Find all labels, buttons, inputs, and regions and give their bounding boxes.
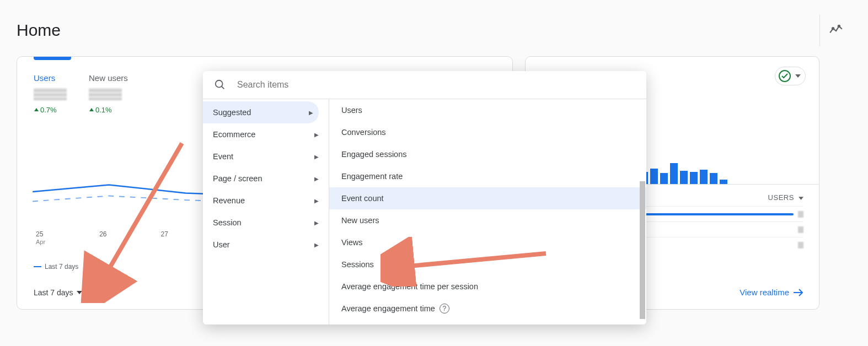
bar — [720, 180, 727, 184]
metric-tab-users[interactable]: Users 0.7% — [34, 73, 67, 114]
category-item[interactable]: Event▶ — [203, 145, 329, 167]
bar — [700, 170, 708, 184]
bar — [670, 163, 678, 184]
arrow-up-icon — [34, 107, 39, 113]
svg-point-1 — [838, 25, 839, 27]
metric-item[interactable]: Users — [329, 99, 646, 121]
bar — [710, 173, 717, 184]
category-item[interactable]: Page / screen▶ — [203, 167, 329, 190]
metric-label: Users — [34, 73, 67, 83]
category-item[interactable]: Ecommerce▶ — [203, 123, 329, 145]
metric-item[interactable]: New users — [329, 209, 646, 231]
caret-down-icon — [77, 291, 82, 294]
category-item[interactable]: Session▶ — [203, 212, 329, 234]
metric-item[interactable]: Average engagement time? — [329, 298, 646, 320]
category-item[interactable]: Revenue▶ — [203, 190, 329, 212]
category-item[interactable]: Suggested▶ — [203, 101, 319, 123]
chart-legend: Last 7 days — [34, 263, 78, 271]
metric-item[interactable]: Sessions — [329, 253, 646, 275]
caret-down-icon — [795, 74, 801, 78]
metric-delta: 0.7% — [34, 106, 67, 114]
metric-item[interactable]: Engagement rate — [329, 165, 646, 187]
status-pill[interactable] — [775, 67, 806, 85]
metric-label: New users — [89, 73, 128, 83]
metric-picker-popover: Suggested▶Ecommerce▶Event▶Page / screen▶… — [203, 71, 646, 325]
bar — [680, 171, 688, 184]
metric-item[interactable]: Average engagement time per session — [329, 275, 646, 298]
page-title: Home — [17, 21, 61, 40]
metric-delta: 0.1% — [89, 106, 128, 114]
metric-value-redacted — [34, 88, 67, 100]
scrollbar[interactable] — [640, 104, 645, 325]
bar — [650, 169, 658, 184]
arrow-right-icon — [794, 289, 803, 296]
category-item[interactable]: User▶ — [203, 234, 329, 256]
help-icon[interactable]: ? — [440, 304, 449, 313]
svg-line-3 — [222, 86, 224, 89]
metric-item[interactable]: Conversions — [329, 121, 646, 143]
metric-value-redacted — [89, 88, 122, 100]
metric-item[interactable]: Engaged sessions — [329, 143, 646, 165]
svg-point-2 — [216, 80, 223, 88]
bar — [660, 173, 668, 184]
metric-item[interactable]: Views — [329, 231, 646, 253]
search-input[interactable] — [236, 79, 635, 90]
insights-button[interactable] — [819, 14, 851, 46]
svg-point-0 — [832, 28, 833, 29]
search-icon — [214, 79, 226, 91]
active-tab-indicator — [34, 57, 71, 60]
check-circle-icon — [779, 70, 791, 82]
metric-item[interactable]: Event count — [329, 187, 646, 209]
caret-down-icon — [799, 197, 803, 200]
sparkline-icon — [829, 23, 843, 37]
metric-tab-new-users[interactable]: New users 0.1% — [89, 73, 128, 114]
view-realtime-link[interactable]: View realtime — [740, 288, 803, 297]
bar — [690, 172, 698, 184]
arrow-up-icon — [89, 107, 94, 113]
date-range-dropdown[interactable]: Last 7 days — [34, 288, 82, 297]
x-axis-ticks: 25Apr 26 27 — [36, 230, 168, 246]
